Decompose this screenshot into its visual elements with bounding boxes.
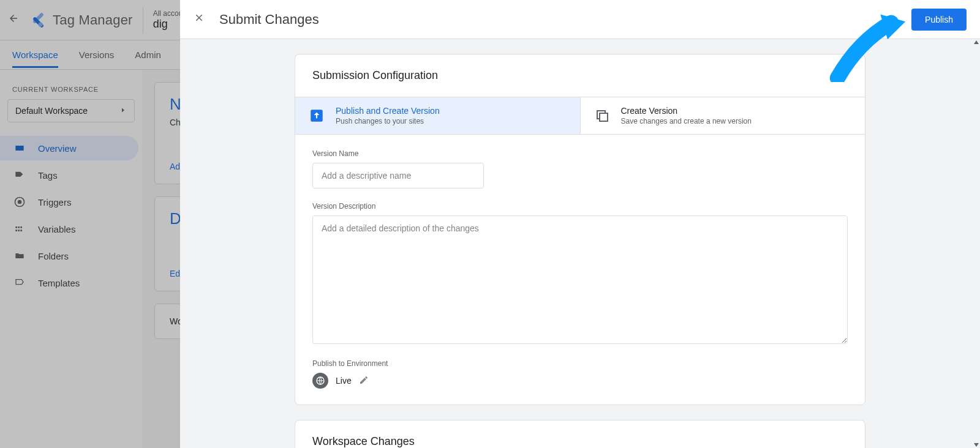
publish-button[interactable]: Publish xyxy=(911,9,967,31)
version-name-label: Version Name xyxy=(312,149,848,158)
panel-scroll[interactable]: Submission Configuration Publish and Cre… xyxy=(180,39,980,448)
svg-rect-7 xyxy=(600,113,608,121)
workspace-changes-heading: Workspace Changes xyxy=(312,435,848,448)
version-description-label: Version Description xyxy=(312,202,848,211)
edit-environment-button[interactable] xyxy=(359,375,369,387)
segment-version-title: Create Version xyxy=(621,106,752,116)
scrollbar-track[interactable] xyxy=(971,39,980,448)
segmented-control: Publish and Create Version Push changes … xyxy=(295,97,865,135)
scroll-down-icon xyxy=(974,443,979,447)
close-button[interactable] xyxy=(194,12,208,26)
environment-name: Live xyxy=(336,376,352,386)
segment-publish-sub: Push changes to your sites xyxy=(336,117,440,125)
scroll-up-icon xyxy=(974,40,979,44)
submission-config-card: Submission Configuration Publish and Cre… xyxy=(295,54,865,405)
version-name-input[interactable] xyxy=(312,163,484,189)
segment-version-sub: Save changes and create a new version xyxy=(621,117,752,125)
version-description-textarea[interactable] xyxy=(312,215,848,344)
form-area: Version Name Version Description Publish… xyxy=(295,135,865,405)
environment-row: Live xyxy=(312,373,848,389)
submit-changes-panel: Submit Changes Publish Submission Config… xyxy=(180,0,980,448)
environment-icon xyxy=(312,373,328,389)
publish-environment-label: Publish to Environment xyxy=(312,359,848,368)
segment-publish-title: Publish and Create Version xyxy=(336,106,440,116)
submission-config-heading: Submission Configuration xyxy=(312,69,848,82)
segment-create-version[interactable]: Create Version Save changes and create a… xyxy=(580,97,865,134)
publish-upload-icon xyxy=(309,108,325,124)
segment-publish-create[interactable]: Publish and Create Version Push changes … xyxy=(295,97,580,134)
close-icon xyxy=(194,12,205,23)
pencil-icon xyxy=(359,375,369,385)
create-version-icon xyxy=(594,108,610,124)
panel-header: Submit Changes Publish xyxy=(180,0,980,39)
panel-body: Submission Configuration Publish and Cre… xyxy=(180,39,980,448)
workspace-changes-card: Workspace Changes xyxy=(295,420,865,448)
panel-title: Submit Changes xyxy=(219,12,319,28)
